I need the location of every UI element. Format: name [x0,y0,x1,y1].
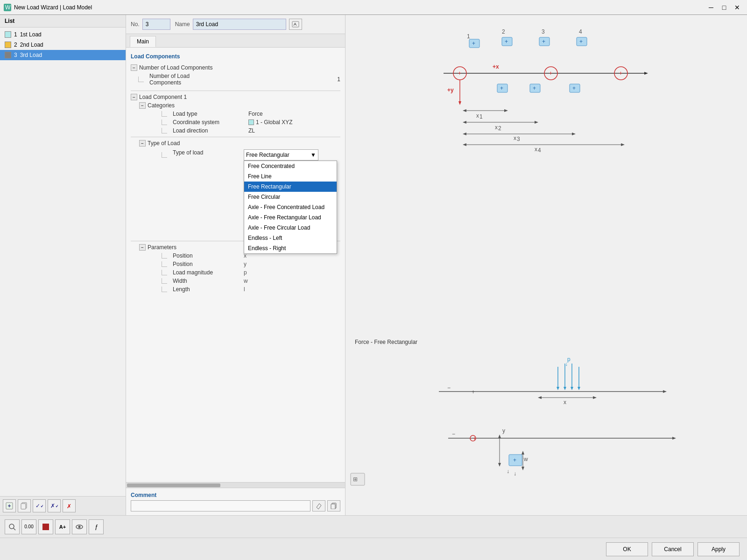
top-diagram-svg: 1 2 3 4 + + + + +x [350,20,742,160]
categories-group: − Categories Load type Force Coor [131,101,340,135]
svg-text:−: − [452,431,455,437]
svg-marker-68 [571,387,573,390]
list-item-1[interactable]: 1 1st Load [0,29,126,40]
comment-pen-button[interactable] [312,500,325,511]
svg-text:x: x [495,124,498,131]
lc1-section-row: − Load Component 1 [131,93,340,101]
right-panel: 1 2 3 4 + + + + +x [345,15,747,515]
window-controls: ─ □ ✕ [705,2,743,13]
dropdown-option-free-rectangular[interactable]: Free Rectangular [244,182,337,192]
parameters-title: Parameters [148,244,176,251]
partial-check-button[interactable]: ✗✓ [48,499,61,512]
comment-input[interactable] [131,500,310,511]
edit-name-button[interactable] [289,19,302,30]
bottom-right-icon[interactable]: ⊞ [350,473,365,487]
color-tool-button[interactable] [38,519,53,534]
collapse-type-btn[interactable]: − [139,140,146,147]
name-input[interactable] [193,19,286,30]
param-value-4: l [244,286,253,293]
left-toolbar: ✓✓ ✗✓ ✗ [0,496,126,515]
svg-text:3: 3 [542,28,545,35]
scrollbar[interactable] [126,482,345,488]
dropdown-option-axle-concentrated[interactable]: Axle - Free Concentrated Load [244,202,337,212]
color-box-3 [5,52,11,58]
check-all-button[interactable]: ✓✓ [33,499,46,512]
collapse-number-btn[interactable]: − [131,64,137,71]
svg-marker-86 [498,434,501,438]
svg-text:1: 1 [467,33,470,40]
dropdown-option-endless-right[interactable]: Endless - Right [244,243,337,253]
new-load-button[interactable] [3,499,16,512]
eye-tool-button[interactable] [72,519,87,534]
function-icon: ƒ [94,523,98,530]
no-field-group: No. [131,19,170,30]
maximize-button[interactable]: □ [718,2,730,13]
no-name-bar: No. Name [126,15,345,34]
dropdown-option-axle-rectangular[interactable]: Axle - Free Rectangular Load [244,212,337,223]
param-row-4: Length l [148,285,340,294]
svg-text:✗: ✗ [67,503,71,510]
svg-text:y: y [502,427,505,434]
dropdown-option-free-circular[interactable]: Free Circular [244,192,337,202]
function-tool-button[interactable]: ƒ [89,519,104,534]
dropdown-option-free-concentrated[interactable]: Free Concentrated [244,161,337,171]
middle-panel: No. Name Main Load Compone [126,15,345,515]
svg-marker-87 [498,463,501,467]
value-display-label: 0.00 [24,524,33,529]
svg-text:3: 3 [517,136,520,142]
dropdown-option-free-line[interactable]: Free Line [244,171,337,182]
categories-row: − Categories [139,101,340,110]
minimize-button[interactable]: ─ [705,2,717,13]
type-of-load-title: Type of Load [148,140,180,147]
bottom-diagram-svg: p ↓ − + [350,347,742,497]
svg-point-98 [9,524,14,529]
type-of-load-dropdown[interactable]: Free Rectangular ▼ Free Concentrated Fre… [244,149,318,161]
collapse-categories-btn[interactable]: − [139,102,146,109]
number-prop-value: 1 [220,76,340,83]
comment-copy-button[interactable] [327,500,340,511]
svg-text:4: 4 [579,28,582,35]
load-type-label: Load type [169,111,244,117]
dropdown-option-axle-circular[interactable]: Axle - Free Circular Load [244,223,337,233]
svg-text:↓: ↓ [507,468,509,475]
svg-text:+: + [542,38,545,45]
tab-main[interactable]: Main [130,36,156,47]
search-tool-button[interactable] [5,519,20,534]
list-item-name-2: 2nd Load [20,42,43,48]
value-display-button[interactable]: 0.00 [21,519,36,534]
svg-marker-52 [463,133,466,135]
load-direction-label: Load direction [169,127,244,134]
svg-text:+: + [619,70,622,77]
svg-text:↓: ↓ [565,361,568,367]
svg-marker-70 [578,387,580,390]
list-item-2[interactable]: 2 2nd Load [0,40,126,50]
collapse-params-btn[interactable]: − [139,244,146,251]
number-section-row: − Number of Load Components [131,63,340,72]
close-button[interactable]: ✕ [731,2,743,13]
svg-line-99 [14,528,15,530]
dropdown-option-endless-left[interactable]: Endless - Left [244,233,337,243]
ok-button[interactable]: OK [606,542,648,556]
text-tool-label: A+ [59,524,66,530]
app-icon: W [4,4,11,11]
copy-button[interactable] [18,499,31,512]
collapse-lc1-btn[interactable]: − [131,94,137,100]
list-item-label-3: 3 [14,52,17,58]
color-box-1 [5,31,11,38]
list-item-name-3: 3rd Load [20,52,42,58]
apply-button[interactable]: Apply [698,542,740,556]
svg-marker-77 [593,396,597,399]
svg-point-101 [78,525,81,528]
svg-marker-92 [521,451,524,455]
left-panel: List 1 1st Load 2 2nd Load 3 3rd Load [0,15,126,515]
no-input[interactable] [142,19,170,30]
svg-text:4: 4 [538,147,541,154]
cancel-button[interactable]: Cancel [652,542,694,556]
text-tool-button[interactable]: A+ [55,519,70,534]
svg-rect-10 [331,504,335,509]
dropdown-selected-value: Free Rectangular [246,152,289,158]
load-component-1-section: − Load Component 1 − Categories Load ty [131,93,340,294]
svg-marker-57 [463,143,466,146]
list-item-3[interactable]: 3 3rd Load [0,50,126,60]
delete-button[interactable]: ✗ [63,499,76,512]
